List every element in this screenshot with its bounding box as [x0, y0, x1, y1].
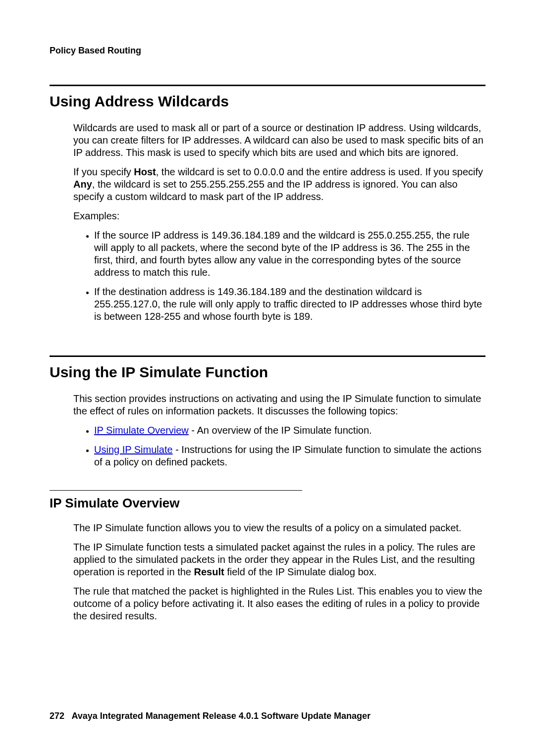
link-ip-simulate-overview[interactable]: IP Simulate Overview: [94, 425, 189, 436]
section-rule: [50, 355, 485, 357]
footer-doc-title: Avaya Integrated Management Release 4.0.…: [71, 711, 371, 721]
examples-list: If the source IP address is 149.36.184.1…: [73, 229, 485, 323]
paragraph: The IP Simulate function allows you to v…: [73, 522, 485, 534]
page-header: Policy Based Routing: [50, 46, 485, 56]
topics-list: IP Simulate Overview - An overview of th…: [73, 424, 485, 468]
subsection-rule: [50, 490, 302, 491]
section-heading-wildcards: Using Address Wildcards: [50, 93, 485, 110]
link-using-ip-simulate[interactable]: Using IP Simulate: [94, 444, 173, 455]
text: , the wildcard is set to 0.0.0.0 and the…: [156, 166, 483, 177]
list-item: If the destination address is 149.36.184…: [94, 286, 485, 323]
text: , the wildcard is set to 255.255.255.255…: [73, 179, 458, 202]
section-body: Wildcards are used to mask all or part o…: [73, 122, 485, 323]
paragraph: This section provides instructions on ac…: [73, 393, 485, 417]
paragraph: If you specify Host, the wildcard is set…: [73, 166, 485, 203]
bold-host: Host: [134, 166, 156, 177]
bold-any: Any: [73, 179, 92, 190]
paragraph: The IP Simulate function tests a simulat…: [73, 541, 485, 578]
paragraph: Wildcards are used to mask all or part o…: [73, 122, 485, 159]
list-item: IP Simulate Overview - An overview of th…: [94, 424, 485, 437]
section-rule: [50, 85, 485, 86]
bold-result: Result: [194, 566, 224, 577]
page-number: 272: [50, 711, 64, 721]
examples-label: Examples:: [73, 210, 485, 222]
list-item: Using IP Simulate - Instructions for usi…: [94, 444, 485, 468]
list-item: If the source IP address is 149.36.184.1…: [94, 229, 485, 279]
paragraph: The rule that matched the packet is high…: [73, 585, 485, 622]
subsection-heading-overview: IP Simulate Overview: [50, 496, 485, 511]
section-body: The IP Simulate function allows you to v…: [73, 522, 485, 622]
text: If you specify: [73, 166, 134, 177]
section-heading-simulate: Using the IP Simulate Function: [50, 364, 485, 381]
section-body: This section provides instructions on ac…: [73, 393, 485, 468]
text: - An overview of the IP Simulate functio…: [189, 425, 372, 436]
document-page: Policy Based Routing Using Address Wildc…: [0, 0, 535, 756]
page-footer: 272 Avaya Integrated Management Release …: [50, 711, 371, 721]
text: field of the IP Simulate dialog box.: [224, 566, 377, 577]
